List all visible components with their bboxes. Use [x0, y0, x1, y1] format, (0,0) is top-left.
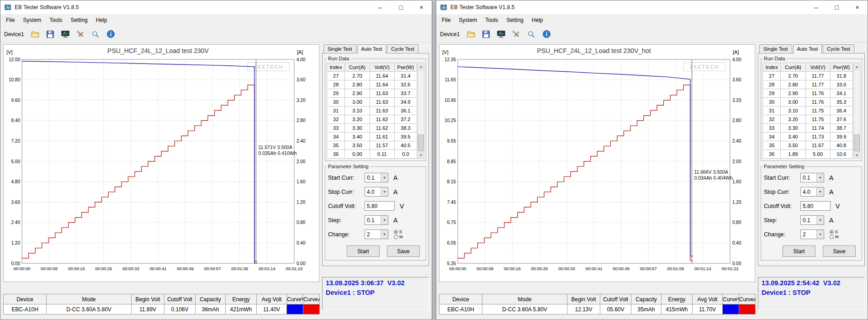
step-combo[interactable]: 0.1 ▼: [365, 215, 388, 225]
run-data-cell: 11.57: [370, 141, 394, 150]
device-view-button[interactable]: [59, 28, 72, 41]
scroll-up-button[interactable]: ▲: [418, 63, 424, 70]
run-data-row[interactable]: 343.4011.6139.5: [327, 133, 417, 141]
radio-seconds[interactable]: S: [830, 229, 839, 234]
chevron-down-icon[interactable]: ▼: [816, 173, 824, 182]
save-button[interactable]: Save: [823, 245, 856, 257]
chevron-down-icon[interactable]: ▼: [816, 216, 824, 224]
open-file-button[interactable]: [29, 28, 42, 41]
save-file-button[interactable]: [44, 28, 57, 41]
tab-auto-test[interactable]: Auto Test: [793, 44, 822, 53]
run-data-row[interactable]: 333.3011.7438.7: [763, 124, 853, 133]
start-button[interactable]: Start: [347, 245, 380, 257]
curve-v-swatch[interactable]: [723, 304, 739, 315]
run-data-row[interactable]: 303.0011.7635.3: [763, 98, 853, 107]
run-data-row[interactable]: 303.0011.6334.9: [327, 98, 417, 107]
cutoff-volt-input[interactable]: 5.80: [800, 201, 831, 211]
scroll-down-button[interactable]: ▼: [418, 151, 424, 158]
step-combo[interactable]: 0.1 ▼: [800, 215, 824, 225]
start-curr-combo[interactable]: 0.1 ▼: [365, 173, 388, 182]
radio-minutes[interactable]: M: [394, 235, 403, 239]
device-view-button[interactable]: [495, 28, 508, 41]
maximize-button[interactable]: □: [826, 0, 847, 14]
run-data-row[interactable]: 353.5011.5740.5: [327, 141, 417, 150]
menu-item-tools[interactable]: Tools: [45, 15, 66, 25]
chevron-down-icon[interactable]: ▼: [381, 230, 388, 239]
menu-item-setting[interactable]: Setting: [66, 15, 91, 25]
stop-curr-combo[interactable]: 4.0 ▼: [800, 187, 824, 197]
run-scrollbar[interactable]: ▲ ▼: [853, 63, 860, 159]
minimize-button[interactable]: –: [370, 0, 391, 14]
close-button[interactable]: ×: [847, 0, 868, 14]
info-button[interactable]: [104, 28, 117, 41]
chevron-down-icon[interactable]: ▼: [816, 230, 824, 239]
scroll-thumb[interactable]: [854, 134, 860, 151]
info-button[interactable]: [540, 28, 553, 41]
menu-item-help[interactable]: Help: [92, 15, 111, 25]
scroll-down-button[interactable]: ▼: [854, 151, 860, 158]
run-data-row[interactable]: 272.7011.7731.8: [763, 72, 853, 80]
start-button[interactable]: Start: [783, 245, 815, 257]
scroll-thumb[interactable]: [418, 134, 424, 151]
menu-item-help[interactable]: Help: [528, 15, 547, 25]
open-file-button[interactable]: [465, 28, 477, 41]
run-data-row[interactable]: 292.9011.7634.1: [763, 89, 853, 98]
change-combo[interactable]: 2 ▼: [365, 229, 388, 239]
run-data-row[interactable]: 323.2011.6237.2: [327, 115, 417, 124]
run-data-row[interactable]: 292.9011.6333.7: [327, 89, 417, 98]
menu-item-system[interactable]: System: [455, 15, 481, 25]
run-data-row[interactable]: 323.2011.7537.6: [763, 115, 853, 124]
run-data-row[interactable]: 361.895.6010.6: [763, 150, 853, 159]
run-data-row[interactable]: 282.8011.7733.0: [763, 80, 853, 89]
menu-item-tools[interactable]: Tools: [481, 15, 502, 25]
menu-item-file[interactable]: File: [2, 15, 19, 25]
scroll-track[interactable]: [418, 70, 424, 151]
search-button[interactable]: [525, 28, 538, 41]
save-button[interactable]: Save: [387, 245, 420, 257]
chart-svg[interactable]: PSU_HCF_24L_12_Load test 230V[V][A]12.00…: [4, 45, 319, 282]
cutoff-volt-input[interactable]: 5.80: [365, 201, 395, 211]
curve-a-swatch[interactable]: [739, 304, 756, 315]
tab-single-test[interactable]: Single Test: [323, 44, 356, 53]
run-scrollbar[interactable]: ▲ ▼: [418, 63, 424, 159]
chevron-down-icon[interactable]: ▼: [816, 187, 824, 196]
run-data-row[interactable]: 272.7011.6431.4: [327, 72, 417, 80]
tab-cycle-test[interactable]: Cycle Test: [823, 44, 854, 53]
chevron-down-icon[interactable]: ▼: [381, 187, 388, 196]
radio-seconds[interactable]: S: [394, 229, 403, 234]
radio-minutes[interactable]: M: [830, 235, 839, 239]
menu-item-system[interactable]: System: [19, 15, 45, 25]
run-data-row[interactable]: 353.5011.6740.8: [763, 141, 853, 150]
curve-a-swatch[interactable]: [303, 304, 320, 315]
scroll-up-button[interactable]: ▲: [854, 63, 860, 70]
menu-item-file[interactable]: File: [438, 15, 455, 25]
minimize-button[interactable]: –: [806, 0, 826, 14]
tools-button[interactable]: [74, 28, 87, 41]
tab-cycle-test[interactable]: Cycle Test: [387, 44, 418, 53]
run-data-row[interactable]: 313.1011.7536.4: [763, 107, 853, 115]
run-data-row[interactable]: 343.4011.7339.9: [763, 133, 853, 141]
curve-v-swatch[interactable]: [287, 304, 303, 315]
save-file-button[interactable]: [480, 28, 492, 41]
close-button[interactable]: ×: [411, 0, 432, 14]
tab-single-test[interactable]: Single Test: [759, 44, 792, 53]
run-data-row[interactable]: 282.8011.6432.6: [327, 80, 417, 89]
change-value: 2: [365, 230, 381, 239]
run-data-row[interactable]: 313.1011.6336.1: [327, 107, 417, 115]
result-col-cutoff-volt: Cutoff Volt: [600, 294, 631, 304]
menu-item-setting[interactable]: Setting: [502, 15, 527, 25]
change-combo[interactable]: 2 ▼: [800, 229, 824, 239]
search-button[interactable]: [89, 28, 102, 41]
maximize-button[interactable]: □: [391, 0, 411, 14]
stop-curr-combo[interactable]: 4.0 ▼: [365, 187, 388, 197]
tools-button[interactable]: [510, 28, 523, 41]
chart-svg[interactable]: PSU_HCF_24L_12_Load test 230V_hot[V][A]1…: [439, 45, 755, 282]
run-data-row[interactable]: 360.000.110.0: [327, 150, 417, 159]
a-tick-label: 2.40: [296, 139, 306, 144]
tab-auto-test[interactable]: Auto Test: [357, 44, 386, 53]
run-data-row[interactable]: 333.3011.6238.3: [327, 124, 417, 133]
scroll-track[interactable]: [854, 70, 860, 151]
chevron-down-icon[interactable]: ▼: [381, 173, 388, 182]
chevron-down-icon[interactable]: ▼: [381, 216, 388, 224]
start-curr-combo[interactable]: 0.1 ▼: [800, 173, 824, 182]
